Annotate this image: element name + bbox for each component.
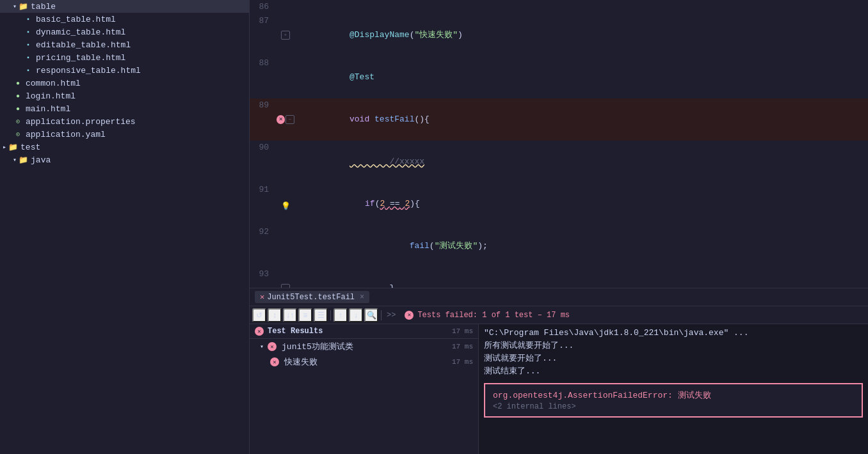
more-indicator: >> xyxy=(387,311,396,320)
html-file-icon: ● xyxy=(13,78,23,88)
sidebar-label-table: table xyxy=(31,2,56,12)
toolbar-separator xyxy=(330,310,331,320)
code-line-88: 88 @Test xyxy=(250,56,868,98)
search-button[interactable]: 🔍 xyxy=(364,308,378,322)
sidebar-label-editable-table: editable_table.html xyxy=(36,40,131,50)
folder-icon: 📁 xyxy=(18,155,28,165)
result-header: ✕ Test Results 17 ms xyxy=(250,324,478,339)
code-line-93: 93 − } xyxy=(250,267,868,288)
sidebar-item-basic-table[interactable]: ▪ basic_table.html xyxy=(0,13,249,26)
sidebar-label-app-yaml: application.yaml xyxy=(26,130,106,139)
arrow-down-icon: ▾ xyxy=(13,3,17,10)
down-button[interactable]: ↓ xyxy=(349,308,363,322)
arrow-down-icon: ▾ xyxy=(13,156,17,164)
html-file-icon: ● xyxy=(13,91,23,101)
sidebar-item-responsive-table[interactable]: ▪ responsive_table.html xyxy=(0,64,249,77)
test-status: ✕ Tests failed: 1 of 1 test – 17 ms xyxy=(399,311,575,320)
test-item-time: 17 ms xyxy=(452,358,473,366)
error-sub-text: <2 internal lines> xyxy=(493,402,854,411)
result-title: ✕ Test Results xyxy=(255,327,323,336)
test-result-item[interactable]: ✕ 快速失败 17 ms xyxy=(250,354,478,370)
test-result-class[interactable]: ▾ ✕ junit5功能测试类 17 ms xyxy=(250,339,478,354)
result-error-icon: ✕ xyxy=(255,327,264,336)
error-box: org.opentest4j.AssertionFailedError: 测试失… xyxy=(484,383,863,418)
result-title-label: Test Results xyxy=(268,327,323,336)
bottom-content: ✕ Test Results 17 ms ▾ ✕ junit5功能测试类 17 … xyxy=(250,324,868,454)
code-line-89: 89 ✕ − void testFail(){ xyxy=(250,98,868,141)
html-file-icon: ▪ xyxy=(23,40,33,50)
html-file-icon: ● xyxy=(13,104,23,114)
sort-asc-button[interactable]: ↕ xyxy=(268,308,282,322)
collapse-icon: − xyxy=(285,115,294,124)
html-file-icon: ▪ xyxy=(23,52,33,63)
sidebar-label-app-properties: application.properties xyxy=(26,117,136,127)
test-class-label: junit5功能测试类 xyxy=(282,341,353,352)
align2-button[interactable]: ☰ xyxy=(314,308,328,322)
sidebar-item-app-properties[interactable]: ⊙ application.properties xyxy=(0,115,249,128)
error-main-text: org.opentest4j.AssertionFailedError: 测试失… xyxy=(493,389,854,401)
sidebar-item-table-folder[interactable]: ▾ 📁 table xyxy=(0,0,249,13)
bottom-toolbar: ↺ ↕ ↓↑ ≡ ☰ ↑ ↓ 🔍 >> ✕ Tests failed: 1 of… xyxy=(250,306,868,324)
test-item-label: 快速失败 xyxy=(284,356,317,368)
rerun-button[interactable]: ↺ xyxy=(252,308,266,322)
sidebar-label-pricing-table: pricing_table.html xyxy=(36,53,125,63)
console-line-3: 测试就要开始了... xyxy=(484,352,863,365)
sidebar-item-pricing-table[interactable]: ▪ pricing_table.html xyxy=(0,51,249,64)
code-line-86: 86 xyxy=(250,0,868,14)
console-line-1: "C:\Program Files\Java\jdk1.8.0_221\bin\… xyxy=(484,327,863,340)
tab-label-junit5: Junit5Test.testFail xyxy=(267,293,355,302)
sidebar-item-login-html[interactable]: ● login.html xyxy=(0,90,249,102)
code-line-92: 92 fail("测试失败"); xyxy=(250,225,868,267)
sidebar-item-test-folder[interactable]: ▸ 📁 test xyxy=(0,141,249,153)
sidebar-item-java-folder[interactable]: ▾ 📁 java xyxy=(0,153,249,166)
code-view[interactable]: 86 87 + @DisplayName("快速失败") 88 @Test xyxy=(250,0,868,288)
sidebar-label-main: main.html xyxy=(26,104,70,114)
tab-error-indicator: ✕ xyxy=(260,292,264,302)
align-button[interactable]: ≡ xyxy=(298,308,312,322)
folder-icon: 📁 xyxy=(18,1,28,12)
code-line-91: 91 💡 if(2 == 2){ xyxy=(250,183,868,225)
close-tab-icon[interactable]: × xyxy=(360,293,364,302)
sort-desc-button[interactable]: ↓↑ xyxy=(283,308,297,322)
class-error-icon: ✕ xyxy=(268,342,277,351)
html-file-icon: ▪ xyxy=(23,14,33,24)
bottom-panel: ✕ Junit5Test.testFail × ↺ ↕ ↓↑ ≡ ☰ ↑ ↓ 🔍… xyxy=(250,288,868,454)
up-button[interactable]: ↑ xyxy=(334,308,348,322)
console-panel[interactable]: "C:\Program Files\Java\jdk1.8.0_221\bin\… xyxy=(479,324,868,454)
test-results-panel: ✕ Test Results 17 ms ▾ ✕ junit5功能测试类 17 … xyxy=(250,324,479,454)
sidebar-item-main-html[interactable]: ● main.html xyxy=(0,102,249,115)
test-class-time: 17 ms xyxy=(452,343,473,350)
html-file-icon: ▪ xyxy=(23,27,33,37)
sidebar-label-test: test xyxy=(20,143,40,152)
sidebar-item-editable-table[interactable]: ▪ editable_table.html xyxy=(0,38,249,51)
arrow-down-icon: ▾ xyxy=(260,343,264,350)
test-error-icon: ✕ xyxy=(405,311,414,320)
code-line-90: 90 //xxxxx xyxy=(250,141,868,183)
bottom-tab-bar: ✕ Junit5Test.testFail × xyxy=(250,288,868,306)
result-time: 17 ms xyxy=(452,327,473,335)
console-line-4: 测试结束了... xyxy=(484,365,863,378)
sidebar-label-login: login.html xyxy=(26,91,76,101)
editor-area: 86 87 + @DisplayName("快速失败") 88 @Test xyxy=(250,0,868,454)
tab-junit5[interactable]: ✕ Junit5Test.testFail × xyxy=(255,291,369,303)
sidebar-item-dynamic-table[interactable]: ▪ dynamic_table.html xyxy=(0,26,249,38)
sidebar-label-java: java xyxy=(31,155,51,165)
error-icon: ✕ xyxy=(277,115,285,124)
sidebar: ▾ 📁 table ▪ basic_table.html ▪ dynamic_t… xyxy=(0,0,250,454)
sidebar-label-dynamic-table: dynamic_table.html xyxy=(36,27,125,37)
sidebar-label-common: common.html xyxy=(26,79,81,88)
sidebar-item-app-yaml[interactable]: ⊙ application.yaml xyxy=(0,128,249,141)
sidebar-label-basic-table: basic_table.html xyxy=(36,15,116,24)
bulb-icon: 💡 xyxy=(281,200,290,208)
code-line-87: 87 + @DisplayName("快速失败") xyxy=(250,14,868,56)
console-line-2: 所有测试就要开始了... xyxy=(484,340,863,352)
toolbar-separator-2 xyxy=(381,310,382,320)
prop-file-icon: ⊙ xyxy=(13,129,23,139)
folder-icon: 📁 xyxy=(8,142,18,152)
sidebar-item-common-html[interactable]: ● common.html xyxy=(0,77,249,90)
prop-file-icon: ⊙ xyxy=(13,116,23,127)
test-error-icon: ✕ xyxy=(270,357,279,366)
sidebar-label-responsive-table: responsive_table.html xyxy=(36,66,141,75)
test-status-label: Tests failed: 1 of 1 test – 17 ms xyxy=(417,311,570,320)
arrow-right-icon: ▸ xyxy=(3,143,6,151)
